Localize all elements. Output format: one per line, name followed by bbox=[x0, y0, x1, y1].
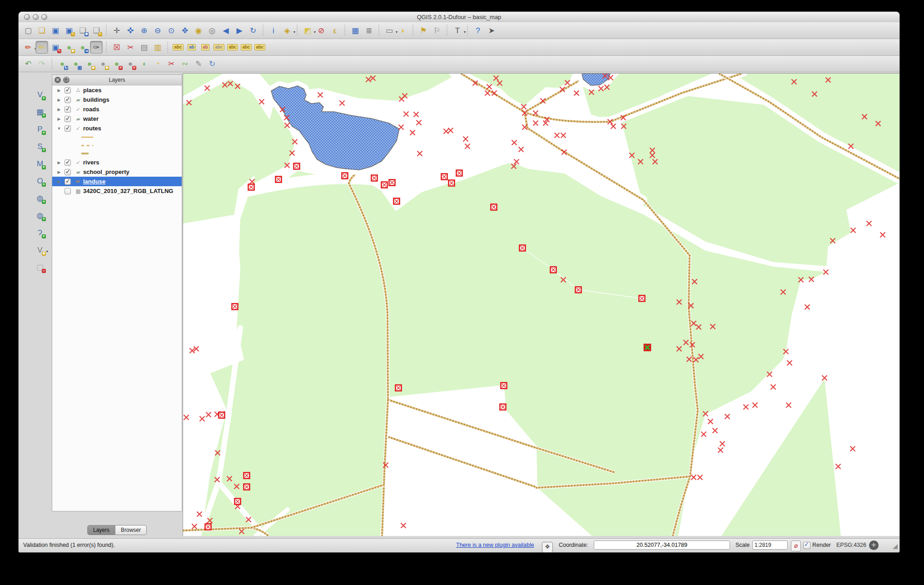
layer-visibility-checkbox[interactable] bbox=[65, 188, 71, 194]
title-bar[interactable]: QGIS 2.0.1-Dufour – basic_map bbox=[19, 12, 899, 23]
symbology-row-dashes[interactable] bbox=[52, 141, 182, 149]
layer-row-3420C_2010_327_RGB_LATLNG[interactable]: ▦3420C_2010_327_RGB_LATLNG bbox=[52, 186, 182, 196]
field-calculator-icon[interactable]: ≣ bbox=[363, 24, 375, 37]
pan-to-selection-icon[interactable]: ✜ bbox=[124, 24, 137, 37]
run-feature-action-icon[interactable]: ◈▾ bbox=[281, 24, 293, 37]
label-rotate-icon[interactable]: abc bbox=[240, 41, 253, 54]
coordinate-input[interactable] bbox=[594, 540, 730, 550]
select-by-expression-icon[interactable]: ε bbox=[328, 24, 341, 37]
measure-line-icon[interactable]: ▭▾ bbox=[383, 24, 396, 37]
layer-row-water[interactable]: ▶▰water bbox=[52, 114, 182, 124]
add-oracle-layer-icon[interactable]: O+ bbox=[34, 174, 46, 187]
layer-row-places[interactable]: ▶∴places bbox=[52, 85, 182, 95]
panel-float-icon[interactable]: ❐ bbox=[63, 77, 70, 83]
add-wms-layer-icon[interactable]: ◍+ bbox=[34, 192, 46, 204]
zoom-native-icon[interactable]: ⊙ bbox=[165, 24, 178, 37]
label-show-hide-icon[interactable]: abc bbox=[213, 41, 225, 54]
map-tips-icon[interactable]: ◗ bbox=[397, 24, 409, 37]
split-features-icon[interactable]: ✂ bbox=[165, 58, 178, 70]
labeling-icon[interactable]: abc bbox=[172, 41, 184, 54]
rotate-feature-icon[interactable]: ●↻ bbox=[56, 58, 69, 70]
zoom-to-selection-icon[interactable]: ◉ bbox=[192, 24, 205, 37]
zoom-next-icon[interactable]: ▶ bbox=[233, 24, 246, 37]
delete-ring-icon[interactable]: ●✕ bbox=[110, 58, 123, 70]
add-raster-layer-icon[interactable]: ▦+ bbox=[34, 105, 46, 118]
layer-visibility-checkbox[interactable] bbox=[65, 87, 71, 94]
new-print-composer-icon[interactable]: ❏✱ bbox=[76, 24, 89, 37]
zoom-in-icon[interactable]: ⊕ bbox=[138, 24, 150, 37]
new-bookmark-icon[interactable]: ⚑ bbox=[417, 24, 430, 37]
layer-row-roads[interactable]: ▶✓roads bbox=[52, 104, 182, 114]
copy-features-icon[interactable]: ▤ bbox=[138, 41, 150, 54]
add-feature-icon[interactable]: ●✱ bbox=[63, 41, 75, 54]
new-shapefile-layer-icon[interactable]: V✱▾ bbox=[34, 243, 46, 256]
layer-row-landuse[interactable]: ▶✏landuse bbox=[52, 177, 182, 186]
select-features-icon[interactable]: ◩▾ bbox=[301, 24, 314, 37]
delete-part-icon[interactable]: ●✕ bbox=[124, 58, 137, 70]
pan-map-icon[interactable]: ✛ bbox=[110, 24, 123, 37]
rotate-point-symbols-icon[interactable]: ✎ bbox=[192, 58, 205, 70]
show-bookmarks-icon[interactable]: ⚐ bbox=[431, 24, 443, 37]
save-project-as-icon[interactable]: ▣✎ bbox=[63, 24, 75, 37]
move-feature-icon[interactable]: ●➜ bbox=[76, 41, 89, 54]
render-checkbox[interactable] bbox=[803, 542, 810, 549]
dock-tab-browser[interactable]: Browser bbox=[115, 525, 147, 535]
map-canvas[interactable] bbox=[183, 73, 899, 536]
dock-tab-layers[interactable]: Layers bbox=[87, 525, 115, 535]
add-mssql-layer-icon[interactable]: M+ bbox=[34, 157, 46, 170]
cut-features-icon[interactable]: ✂ bbox=[124, 41, 137, 54]
expand-arrow-icon[interactable]: ▶ bbox=[56, 160, 62, 165]
layer-visibility-checkbox[interactable] bbox=[65, 97, 71, 103]
help-contents-icon[interactable]: ? bbox=[472, 24, 484, 37]
new-plugin-link[interactable]: There is a new plugin available bbox=[456, 542, 534, 548]
layer-row-school_property[interactable]: ▶▰school_property bbox=[52, 167, 182, 177]
expand-arrow-icon[interactable]: ▼ bbox=[56, 126, 62, 131]
add-spatialite-layer-icon[interactable]: S+ bbox=[34, 140, 46, 153]
paste-features-icon[interactable]: ▥ bbox=[151, 41, 164, 54]
plugin-manager-icon[interactable]: ❖ bbox=[542, 542, 553, 553]
scale-combo[interactable]: 1:2819 ▼ bbox=[752, 540, 788, 550]
expand-arrow-icon[interactable]: ▶ bbox=[56, 117, 62, 121]
layer-row-routes[interactable]: ▼✓routes bbox=[52, 124, 182, 133]
add-wcs-layer-icon[interactable]: ◍+ bbox=[34, 209, 46, 222]
reshape-features-icon[interactable]: ◖ bbox=[138, 58, 150, 70]
panel-close-icon[interactable]: ✕ bbox=[55, 77, 61, 83]
label-highlight-pinned-icon[interactable]: ab bbox=[199, 41, 212, 54]
layer-row-buildings[interactable]: ▶▰buildings bbox=[52, 95, 182, 104]
zoom-out-icon[interactable]: ⊖ bbox=[151, 24, 164, 37]
open-project-icon[interactable]: ❏ bbox=[35, 24, 48, 37]
label-properties-icon[interactable]: abc bbox=[253, 41, 266, 54]
redo-icon[interactable]: ↷ bbox=[35, 58, 48, 70]
zoom-last-icon[interactable]: ◀ bbox=[219, 24, 232, 37]
refresh-map-icon[interactable]: ↻ bbox=[247, 24, 259, 37]
layer-visibility-checkbox[interactable] bbox=[65, 125, 71, 132]
node-tool-icon[interactable]: ✑ bbox=[90, 41, 103, 54]
add-postgis-layer-icon[interactable]: P+ bbox=[34, 123, 46, 135]
merge-features-icon[interactable]: ∾ bbox=[179, 58, 191, 70]
layer-visibility-checkbox[interactable] bbox=[65, 178, 71, 185]
expand-arrow-icon[interactable]: ▶ bbox=[56, 98, 62, 102]
zoom-to-layer-icon[interactable]: ◎ bbox=[206, 24, 219, 37]
label-move-icon[interactable]: abc bbox=[226, 41, 239, 54]
simplify-feature-icon[interactable]: ●⬡ bbox=[70, 58, 82, 70]
remove-layer-icon[interactable]: ▢− bbox=[34, 261, 46, 273]
add-part-icon[interactable]: ●✱ bbox=[97, 58, 109, 70]
save-layer-edits-icon[interactable]: ▣✎ bbox=[49, 41, 62, 54]
expand-arrow-icon[interactable]: ▶ bbox=[56, 179, 62, 184]
add-ring-icon[interactable]: ●✱ bbox=[83, 58, 96, 70]
symbology-row-thickdash[interactable] bbox=[52, 149, 182, 158]
add-wfs-layer-icon[interactable]: Ɂ+ bbox=[34, 226, 46, 239]
save-project-icon[interactable]: ▣ bbox=[49, 24, 62, 37]
expand-arrow-icon[interactable]: ▶ bbox=[56, 88, 62, 93]
whats-this-icon[interactable]: ➤ bbox=[485, 24, 498, 37]
add-vector-layer-icon[interactable]: V+ bbox=[34, 88, 46, 101]
expand-arrow-icon[interactable]: ▶ bbox=[56, 107, 62, 112]
crs-projection-icon[interactable]: ✛ bbox=[869, 540, 879, 550]
layer-visibility-checkbox[interactable] bbox=[65, 159, 71, 166]
text-annotation-icon[interactable]: T▾ bbox=[451, 24, 464, 37]
layer-visibility-checkbox[interactable] bbox=[65, 116, 71, 122]
zoom-full-icon[interactable]: ✥ bbox=[179, 24, 191, 37]
layer-visibility-checkbox[interactable] bbox=[65, 106, 71, 113]
toggle-editing-icon[interactable]: ✏ bbox=[35, 41, 48, 54]
deselect-features-icon[interactable]: ⊘ bbox=[315, 24, 328, 37]
